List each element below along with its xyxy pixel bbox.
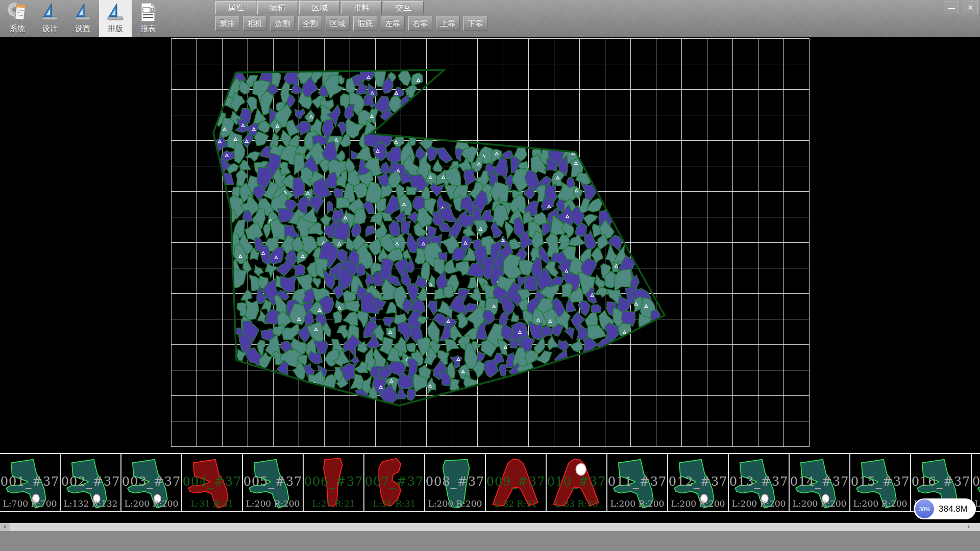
close-icon[interactable]: ✕ — [963, 2, 978, 14]
report-icon — [137, 2, 159, 23]
top-toolbar: 系统设计设置排版报表 属性编辑区域排料交互 聚排相机选割全割区域瑕疵左靠右靠上靠… — [0, 0, 980, 38]
app-button-design[interactable]: 设计 — [34, 0, 66, 37]
part-lr-count-label: L:132 R:132 — [61, 498, 120, 509]
part-lr-count-label: L:32 R:31 — [486, 498, 546, 509]
part-id-label: 004_#37 — [182, 474, 242, 489]
action-button-cluster-nest[interactable]: 聚排 — [215, 16, 239, 31]
window-controls: — ✕ — [944, 2, 978, 14]
menu-tab-edit[interactable]: 编辑 — [257, 1, 298, 14]
app-button-layout[interactable]: 排版 — [99, 0, 132, 37]
app-button-label: 设置 — [75, 24, 90, 34]
part-thumbnail[interactable]: 006_#37L:21 R:21 — [304, 454, 364, 511]
part-id-label: 013_#37 — [729, 474, 789, 489]
app-button-label: 排版 — [108, 24, 123, 34]
part-lr-count-label: L:200 R:200 — [790, 498, 849, 509]
application-window: 系统设计设置排版报表 属性编辑区域排料交互 聚排相机选割全割区域瑕疵左靠右靠上靠… — [0, 0, 980, 551]
action-button-align-left[interactable]: 左靠 — [381, 16, 405, 31]
part-thumbnail[interactable]: 008_#37L:200 R:200 — [425, 454, 486, 511]
status-bar — [0, 531, 980, 551]
menu-tab-bar: 属性编辑区域排料交互 — [215, 1, 425, 14]
action-button-align-bottom[interactable]: 下靠 — [463, 16, 487, 31]
part-id-label: 006_#37 — [304, 474, 363, 489]
part-thumbnail[interactable]: 010_#37L:33 R:33 — [547, 454, 607, 511]
ruler-icon — [72, 2, 93, 23]
action-button-cut-all[interactable]: 全割 — [298, 16, 322, 31]
part-id-label: 005_#37 — [243, 474, 303, 489]
part-lr-count-label: L:21 R:21 — [304, 498, 363, 509]
part-thumbnail[interactable]: 005_#37L:200 R:200 — [243, 454, 304, 511]
part-id-label: 011_#37 — [607, 474, 667, 489]
part-thumbnail[interactable]: 001_#37L:700 R:700 — [0, 454, 61, 511]
action-button-region[interactable]: 区域 — [326, 16, 350, 31]
part-thumbnail[interactable]: 004_#37L:31 R:31 — [182, 454, 243, 511]
part-id-label: 017_#37 — [972, 474, 980, 489]
status-badge[interactable]: 38% 384.8M — [914, 498, 976, 519]
action-button-align-top[interactable]: 上靠 — [436, 16, 460, 31]
part-lr-count-label: L:200 R:200 — [607, 498, 667, 509]
system-icon — [7, 2, 28, 23]
scroll-right-icon[interactable]: › — [968, 523, 970, 531]
part-lr-count-label: L:31 R:31 — [364, 498, 424, 509]
part-lr-count-label: L:200 R:200 — [729, 498, 789, 509]
app-button-label: 报表 — [140, 24, 156, 34]
app-mode-bar: 系统设计设置排版报表 — [1, 0, 164, 37]
app-button-label: 系统 — [10, 24, 25, 34]
parts-thumbnail-strip: 001_#37L:700 R:700002_#37L:132 R:132003_… — [0, 453, 980, 512]
part-thumbnail[interactable]: 012_#37L:200 R:200 — [668, 454, 729, 511]
part-id-label: 015_#37 — [850, 474, 910, 489]
app-button-report[interactable]: 报表 — [132, 0, 164, 37]
part-id-label: 009_#37 — [486, 474, 546, 489]
part-thumbnail[interactable]: 007_#37L:31 R:31 — [364, 454, 425, 511]
part-thumbnail[interactable]: 002_#37L:132 R:132 — [61, 454, 121, 511]
part-lr-count-label: L:31 R:31 — [182, 498, 242, 509]
part-thumbnail[interactable]: 014_#37L:200 R:200 — [790, 454, 850, 511]
part-id-label: 010_#37 — [547, 474, 606, 489]
part-id-label: 008_#37 — [425, 474, 485, 489]
part-lr-count-label: L:200 R:200 — [850, 498, 910, 509]
part-id-label: 007_#37 — [364, 474, 424, 489]
action-button-defect[interactable]: 瑕疵 — [353, 16, 377, 31]
part-thumbnail[interactable]: 011_#37L:200 R:200 — [607, 454, 668, 511]
menu-tab-properties[interactable]: 属性 — [215, 1, 256, 14]
part-thumbnail[interactable]: 009_#37L:32 R:31 — [486, 454, 547, 511]
part-lr-count-label: L:33 R:33 — [547, 498, 606, 509]
menu-tab-region[interactable]: 区域 — [299, 1, 340, 14]
app-button-system[interactable]: 系统 — [1, 0, 34, 37]
part-id-label: 014_#37 — [790, 474, 849, 489]
part-id-label: 012_#37 — [668, 474, 728, 489]
app-button-label: 设计 — [42, 24, 58, 34]
ruler-icon — [39, 2, 61, 23]
memory-usage-label: 384.8M — [939, 504, 968, 514]
part-lr-count-label: L:200 R:200 — [425, 498, 485, 509]
part-id-label: 016_#37 — [911, 474, 971, 489]
part-lr-count-label: L:700 R:700 — [0, 498, 60, 509]
action-button-select-cut[interactable]: 选割 — [271, 16, 295, 31]
progress-circle: 38% — [915, 499, 934, 518]
part-lr-count-label: L:200 R:200 — [121, 498, 181, 509]
ruler-icon — [105, 2, 126, 23]
part-lr-count-label: L:200 R:200 — [668, 498, 728, 509]
part-thumbnail[interactable]: 013_#37L:200 R:200 — [729, 454, 790, 511]
part-thumbnail[interactable]: 015_#37L:200 R:200 — [850, 454, 911, 511]
menu-tab-nesting[interactable]: 排料 — [341, 1, 382, 14]
action-button-bar: 聚排相机选割全割区域瑕疵左靠右靠上靠下靠 — [215, 16, 491, 31]
action-button-align-right[interactable]: 右靠 — [408, 16, 432, 31]
minimize-icon[interactable]: — — [944, 2, 959, 14]
part-id-label: 002_#37 — [61, 474, 120, 489]
menu-tab-interaction[interactable]: 交互 — [383, 1, 424, 14]
part-thumbnail[interactable]: 003_#37L:200 R:200 — [121, 454, 182, 511]
app-button-settings[interactable]: 设置 — [66, 0, 99, 37]
part-lr-count-label: L:200 R:200 — [243, 498, 303, 509]
nesting-canvas[interactable] — [0, 37, 980, 453]
part-id-label: 001_#37 — [0, 474, 60, 489]
action-button-camera[interactable]: 相机 — [243, 16, 267, 31]
part-id-label: 003_#37 — [121, 474, 181, 489]
scroll-left-icon[interactable]: ‹ — [0, 523, 10, 531]
horizontal-scrollbar[interactable]: ‹ › — [0, 523, 980, 531]
